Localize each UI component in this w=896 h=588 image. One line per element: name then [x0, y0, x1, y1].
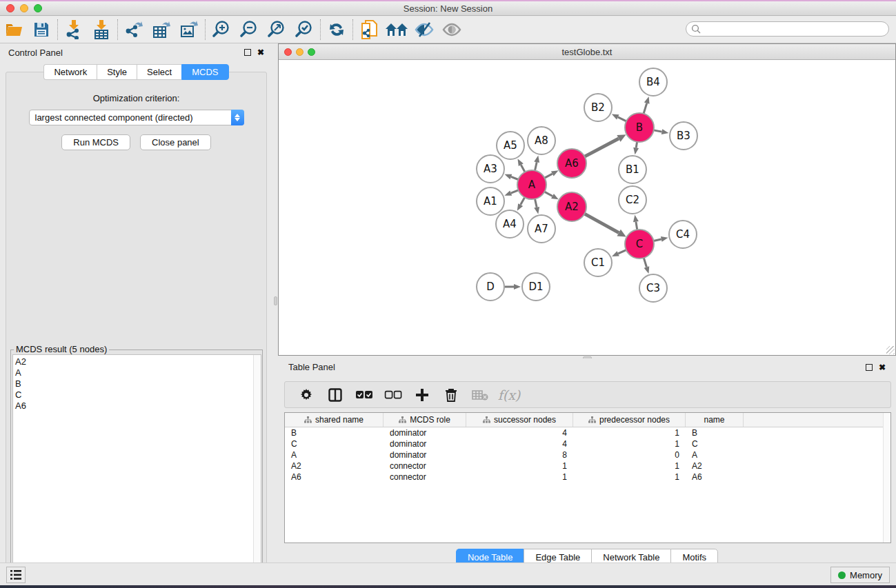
tab-network[interactable]: Network: [43, 64, 97, 80]
search-input[interactable]: [686, 21, 889, 37]
table-cell[interactable]: 1: [466, 461, 573, 471]
table-cell[interactable]: 4: [466, 428, 573, 438]
table-cell[interactable]: C: [686, 439, 744, 449]
zoom-selected-icon[interactable]: [290, 18, 318, 41]
edge-A-A1[interactable]: [511, 190, 519, 193]
table-cell[interactable]: A2: [285, 461, 384, 471]
show-graphics-details-icon[interactable]: [438, 18, 466, 41]
network-window-titlebar[interactable]: testGlobe.txt: [279, 44, 895, 60]
table-scrollbar[interactable]: [883, 413, 890, 543]
table-cell[interactable]: B: [285, 428, 384, 438]
table-cell[interactable]: dominator: [384, 450, 466, 460]
node-B4[interactable]: B4: [639, 68, 667, 96]
column-header-MCDS-role[interactable]: MCDS role: [384, 413, 466, 427]
close-table-panel-icon[interactable]: ✖: [879, 364, 886, 371]
edge-A-A7[interactable]: [535, 199, 537, 207]
zoom-fit-icon[interactable]: [263, 18, 290, 41]
edge-C-C2[interactable]: [636, 222, 637, 230]
hide-graphics-details-icon[interactable]: [410, 18, 438, 41]
export-network-icon[interactable]: [120, 18, 148, 41]
column-header-successor-nodes[interactable]: successor nodes: [466, 413, 573, 427]
node-B3[interactable]: B3: [670, 122, 697, 150]
scrollbar[interactable]: [253, 355, 261, 585]
node-A8[interactable]: A8: [528, 127, 555, 154]
table-row[interactable]: A6connector11A6: [285, 472, 890, 483]
table-cell[interactable]: C: [285, 439, 384, 449]
table-cell[interactable]: 1: [466, 472, 573, 482]
edge-A-A2[interactable]: [544, 192, 552, 196]
node-D[interactable]: D: [477, 273, 504, 301]
table-cell[interactable]: A6: [686, 472, 744, 482]
edge-B-B1[interactable]: [636, 142, 637, 148]
delete-column-trash-icon[interactable]: [438, 384, 464, 406]
node-B1[interactable]: B1: [619, 156, 646, 183]
column-header-name[interactable]: name: [686, 413, 744, 427]
export-table-icon[interactable]: [148, 18, 175, 41]
edge-B-B2[interactable]: [618, 117, 626, 121]
splitter-handle-vertical[interactable]: [274, 296, 277, 305]
table-row[interactable]: A2connector11A2: [285, 460, 890, 472]
tab-select[interactable]: Select: [137, 64, 181, 80]
edge-A-A6[interactable]: [545, 174, 552, 178]
table-cell[interactable]: connector: [384, 461, 466, 471]
float-table-panel-icon[interactable]: [866, 364, 873, 371]
task-history-button[interactable]: [6, 567, 26, 583]
table-row[interactable]: Adominator80A: [285, 449, 890, 460]
node-C1[interactable]: C1: [584, 249, 612, 276]
table-cell[interactable]: 1: [573, 428, 686, 438]
node-A[interactable]: A: [517, 170, 546, 199]
table-cell[interactable]: A6: [285, 472, 384, 482]
node-A7[interactable]: A7: [528, 215, 555, 243]
node-C2[interactable]: C2: [619, 186, 646, 214]
table-cell[interactable]: A: [285, 450, 384, 460]
gear-icon[interactable]: [293, 384, 319, 406]
table-cell[interactable]: A2: [686, 461, 744, 471]
edge-A-A4[interactable]: [521, 197, 525, 205]
node-A3[interactable]: A3: [477, 155, 504, 183]
tab-mcds[interactable]: MCDS: [181, 64, 228, 80]
import-table-icon[interactable]: [88, 18, 115, 41]
mcds-result-item[interactable]: A6: [15, 401, 261, 412]
node-C[interactable]: C: [625, 230, 654, 258]
mcds-result-item[interactable]: A: [15, 367, 261, 378]
add-column-icon[interactable]: [409, 384, 435, 406]
table-cell[interactable]: connector: [384, 472, 466, 482]
close-panel-icon[interactable]: ✖: [257, 49, 264, 56]
node-D1[interactable]: D1: [522, 273, 550, 301]
zoom-out-icon[interactable]: [235, 18, 263, 41]
memory-button[interactable]: Memory: [830, 567, 890, 583]
node-table[interactable]: shared nameMCDS rolesuccessor nodesprede…: [284, 412, 891, 543]
edge-A-A5[interactable]: [521, 165, 525, 172]
refresh-icon[interactable]: [323, 18, 350, 41]
table-row[interactable]: Cdominator41C: [285, 438, 890, 449]
node-B[interactable]: B: [625, 113, 654, 142]
edge-A-A8[interactable]: [535, 162, 537, 170]
node-A4[interactable]: A4: [496, 210, 524, 238]
zoom-in-icon[interactable]: [208, 18, 235, 41]
edge-B-B4[interactable]: [644, 103, 647, 114]
column-header-predecessor-nodes[interactable]: predecessor nodes: [573, 413, 686, 427]
network-canvas[interactable]: B4B2BB3A5A8A6A3AB1A1A2C2A4A7C4CC1DD1C3: [279, 60, 895, 355]
edge-C-C4[interactable]: [653, 239, 661, 241]
edge-A-A3[interactable]: [511, 176, 519, 179]
table-cell[interactable]: dominator: [384, 439, 466, 449]
edge-C-C3[interactable]: [644, 258, 646, 267]
table-cell[interactable]: B: [686, 428, 744, 438]
save-icon[interactable]: [28, 18, 55, 41]
run-mcds-button[interactable]: Run MCDS: [61, 134, 130, 150]
first-neighbors-homes-icon[interactable]: [383, 18, 410, 41]
float-panel-icon[interactable]: [244, 49, 251, 56]
table-cell[interactable]: 1: [573, 472, 686, 482]
node-A2[interactable]: A2: [557, 192, 586, 221]
table-cell[interactable]: 1: [573, 439, 686, 449]
node-C4[interactable]: C4: [669, 221, 697, 248]
column-selector-icon[interactable]: [322, 384, 348, 406]
resize-grip[interactable]: [886, 346, 895, 354]
network-doc-share-icon[interactable]: [355, 18, 383, 41]
edge-C-C1[interactable]: [618, 250, 626, 254]
node-A1[interactable]: A1: [477, 187, 504, 215]
criterion-dropdown[interactable]: largest connected component (directed): [29, 110, 244, 125]
export-image-icon[interactable]: [175, 18, 203, 41]
edge-A6-B[interactable]: [585, 139, 619, 156]
node-C3[interactable]: C3: [639, 274, 667, 302]
